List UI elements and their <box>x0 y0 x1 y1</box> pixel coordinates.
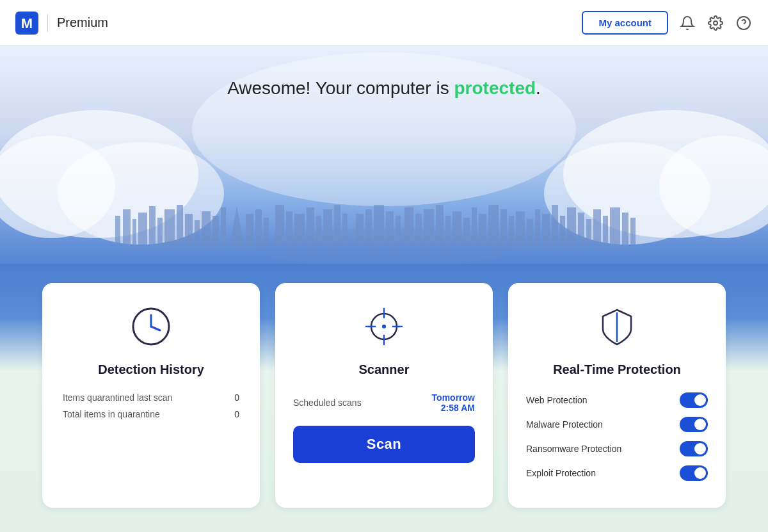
svg-rect-43 <box>396 216 401 248</box>
total-quarantine-row: Total items in quarantine 0 <box>60 409 242 419</box>
svg-rect-65 <box>593 209 601 248</box>
malware-protection-label: Malware Protection <box>526 419 603 430</box>
svg-rect-57 <box>527 219 533 248</box>
svg-rect-16 <box>138 213 147 248</box>
svg-rect-59 <box>542 214 550 248</box>
svg-rect-70 <box>0 245 768 264</box>
svg-rect-22 <box>195 220 200 248</box>
hero-banner: Awesome! Your computer is protected. <box>0 46 768 264</box>
malwarebytes-logo-icon: M <box>15 12 38 35</box>
svg-rect-50 <box>463 218 470 248</box>
svg-rect-21 <box>185 214 193 248</box>
total-quarantine-value: 0 <box>234 409 239 419</box>
header-right: My account <box>582 11 753 35</box>
svg-rect-24 <box>212 216 219 248</box>
scheduled-scans-row: Scheduled scans Tomorrow2:58 AM <box>293 392 475 413</box>
svg-rect-48 <box>445 216 451 248</box>
notification-bell-icon[interactable] <box>678 14 696 32</box>
hero-title-prefix: Awesome! Your computer is <box>227 78 454 98</box>
svg-rect-54 <box>500 209 507 248</box>
svg-rect-19 <box>164 209 175 248</box>
detection-history-stats: Items quarantined last scan 0 Total item… <box>60 392 242 419</box>
ransomware-protection-row: Ransomware Protection <box>526 441 708 456</box>
svg-rect-53 <box>488 205 499 248</box>
scanner-title: Scanner <box>293 362 475 377</box>
shield-icon <box>594 303 640 350</box>
cards-container: Detection History Items quarantined last… <box>19 283 749 508</box>
total-quarantine-label: Total items in quarantine <box>63 409 160 419</box>
web-protection-toggle[interactable] <box>680 392 708 408</box>
settings-gear-icon[interactable] <box>707 14 724 32</box>
svg-rect-69 <box>630 218 636 248</box>
svg-text:M: M <box>21 15 33 31</box>
svg-point-79 <box>382 325 386 328</box>
svg-rect-14 <box>123 209 131 248</box>
header-left: M Premium <box>15 12 108 35</box>
header-divider <box>47 14 48 32</box>
quarantined-last-scan-row: Items quarantined last scan 0 <box>60 392 242 403</box>
svg-line-73 <box>151 326 160 330</box>
svg-rect-49 <box>452 211 461 248</box>
help-circle-icon[interactable] <box>735 14 753 32</box>
hero-title-suffix: . <box>536 78 541 98</box>
scheduled-scans-label: Scheduled scans <box>293 398 362 408</box>
svg-rect-51 <box>472 207 477 248</box>
cards-section: Detection History Items quarantined last… <box>0 264 768 532</box>
detection-history-icon-wrap <box>60 303 242 350</box>
scan-button[interactable]: Scan <box>293 426 475 463</box>
svg-rect-28 <box>255 209 262 248</box>
svg-rect-44 <box>404 207 413 248</box>
web-protection-label: Web Protection <box>526 395 587 405</box>
quarantined-last-scan-label: Items quarantined last scan <box>63 392 172 403</box>
svg-rect-66 <box>603 216 608 248</box>
svg-rect-61 <box>560 216 565 248</box>
scanner-card: Scanner Scheduled scans Tomorrow2:58 AM … <box>275 283 493 508</box>
quarantined-last-scan-value: 0 <box>234 392 239 403</box>
exploit-protection-toggle[interactable] <box>680 465 708 481</box>
detection-history-card: Detection History Items quarantined last… <box>42 283 260 508</box>
svg-rect-23 <box>202 211 211 248</box>
svg-rect-64 <box>586 219 591 248</box>
realtime-icon-wrap <box>526 303 708 350</box>
scanner-icon-wrap <box>293 303 475 350</box>
ransomware-protection-toggle[interactable] <box>680 441 708 456</box>
app-header: M Premium My account <box>0 0 768 46</box>
svg-rect-62 <box>567 207 576 248</box>
svg-rect-17 <box>149 206 156 248</box>
crosshair-icon <box>361 303 407 350</box>
svg-rect-67 <box>610 207 620 248</box>
ransomware-protection-label: Ransomware Protection <box>526 444 621 454</box>
web-protection-row: Web Protection <box>526 392 708 408</box>
svg-rect-39 <box>356 214 364 248</box>
app-title: Premium <box>57 15 108 30</box>
detection-history-title: Detection History <box>60 362 242 377</box>
malware-protection-row: Malware Protection <box>526 417 708 432</box>
svg-rect-41 <box>374 205 384 248</box>
realtime-protection-card: Real-Time Protection Web Protection Malw… <box>508 283 726 508</box>
svg-rect-46 <box>424 209 434 248</box>
svg-rect-45 <box>415 214 422 248</box>
svg-rect-68 <box>622 213 628 248</box>
svg-rect-25 <box>221 207 226 248</box>
svg-rect-42 <box>386 211 394 248</box>
svg-rect-52 <box>479 214 486 248</box>
svg-rect-58 <box>535 209 540 248</box>
svg-rect-15 <box>132 219 136 248</box>
svg-point-2 <box>714 21 717 25</box>
malware-protection-toggle[interactable] <box>680 417 708 432</box>
exploit-protection-label: Exploit Protection <box>526 468 596 478</box>
hero-title: Awesome! Your computer is protected. <box>0 78 768 99</box>
svg-rect-13 <box>115 216 120 248</box>
svg-rect-20 <box>177 205 183 248</box>
svg-rect-63 <box>578 213 584 248</box>
protection-list: Web Protection Malware Protection Ransom… <box>526 392 708 481</box>
svg-rect-40 <box>365 209 372 248</box>
my-account-button[interactable]: My account <box>582 11 668 35</box>
svg-rect-27 <box>246 214 253 248</box>
hero-protected-text: protected <box>454 78 536 98</box>
svg-rect-60 <box>552 205 558 248</box>
svg-rect-47 <box>436 205 444 248</box>
scheduled-scans-time: Tomorrow2:58 AM <box>432 392 475 413</box>
exploit-protection-row: Exploit Protection <box>526 465 708 481</box>
svg-rect-18 <box>157 218 163 248</box>
